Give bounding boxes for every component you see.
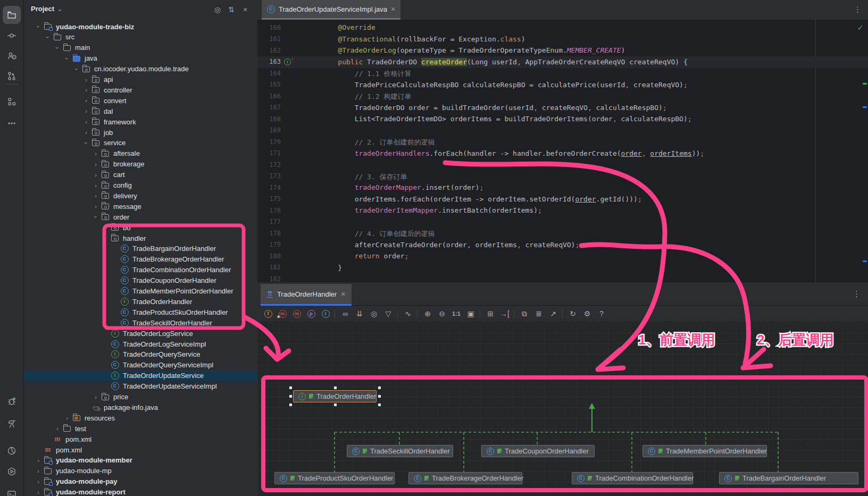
fields-icon[interactable]: f — [263, 308, 273, 319]
tree-item-pom-xml[interactable]: mpom.xml — [24, 444, 257, 455]
line-number[interactable]: 176 — [257, 207, 281, 214]
tree-item-tradeorderqueryserviceimpl[interactable]: CTradeOrderQueryServiceImpl — [24, 360, 257, 371]
chevron-icon[interactable]: › — [54, 44, 61, 52]
zoom-out-icon[interactable]: ⊖ — [437, 308, 447, 319]
tree-item-api[interactable]: ›api — [24, 74, 257, 85]
snap-to-grid-icon[interactable]: →[ — [499, 308, 510, 319]
chevron-icon[interactable]: › — [93, 213, 99, 221]
tree-item-controller[interactable]: ›controller — [24, 85, 257, 95]
tree-item-config[interactable]: ›config — [24, 180, 257, 191]
hierarchy-tab[interactable]: ⇈ TradeOrderHandler × — [261, 284, 352, 306]
zoom-in-icon[interactable]: ⊕ — [422, 308, 433, 319]
tree-item-src[interactable]: ›src — [24, 32, 257, 43]
tree-item-price[interactable]: ›price — [24, 392, 257, 402]
chevron-icon[interactable]: › — [92, 172, 99, 178]
tree-item-tradememberpointorderhandler[interactable]: CTradeMemberPointOrderHandler — [24, 286, 257, 297]
line-number[interactable]: 162 — [257, 47, 281, 54]
line-number[interactable]: 179 — [257, 241, 281, 248]
structure-icon[interactable] — [3, 93, 21, 111]
line-number[interactable]: 182 — [257, 275, 281, 282]
selection-handle[interactable] — [289, 403, 292, 406]
chevron-icon[interactable]: › — [35, 457, 42, 464]
debug-icon[interactable] — [3, 392, 21, 410]
tree-item-service[interactable]: ›service — [24, 138, 257, 148]
stripe-mark-blue[interactable] — [863, 106, 867, 108]
locate-icon[interactable]: ◎ — [213, 5, 222, 14]
copy-diagram-icon[interactable]: ⧉ — [519, 308, 530, 319]
selection-handle[interactable] — [378, 395, 381, 398]
tree-item-cn-iocoder-yudao-module-trade[interactable]: ›cn.iocoder.yudao.module.trade — [24, 64, 257, 74]
more-icon[interactable] — [3, 114, 21, 132]
selection-handle[interactable] — [334, 386, 337, 389]
refresh-icon[interactable]: ↻ — [567, 308, 578, 319]
tree-item-yudao-module-pay[interactable]: ›yudao-module-pay — [24, 476, 257, 487]
chevron-icon[interactable]: › — [92, 394, 99, 400]
line-number[interactable]: 180 — [257, 253, 281, 260]
tree-item-tradebargainorderhandler[interactable]: CTradeBargainOrderHandler — [24, 243, 257, 254]
tree-item-yudao-module-mp[interactable]: ›yudao-module-mp — [24, 466, 257, 476]
line-number[interactable]: 173 — [257, 172, 281, 180]
line-number[interactable]: 166 — [257, 93, 281, 100]
tree-item-tradecombinationorderhandler[interactable]: CTradeCombinationOrderHandler — [24, 265, 257, 275]
tree-item-cart[interactable]: ›cart — [24, 170, 257, 180]
tree-item-tradeorderhandler[interactable]: ITradeOrderHandler — [24, 296, 257, 307]
tree-item-tradeproductskuorderhandler[interactable]: CTradeProductSkuOrderHandler — [24, 307, 257, 317]
expand-selector-icon[interactable]: ⇅ — [227, 5, 236, 14]
chevron-icon[interactable]: › — [92, 161, 99, 167]
diagram-node-tradeorderhandler[interactable]: ITradeOrderHandler — [293, 390, 377, 402]
inspections-ok-icon[interactable]: ✓ — [857, 23, 864, 32]
chevron-icon[interactable]: › — [35, 489, 42, 495]
services-icon[interactable] — [3, 463, 21, 481]
tree-item-tradeorderupdateserviceimpl[interactable]: CTradeOrderUpdateServiceImpl — [24, 381, 257, 392]
tree-item-framework[interactable]: ›framework — [24, 116, 257, 127]
chevron-icon[interactable]: › — [64, 55, 70, 62]
diagram-node-tradebrokerageorderhandler[interactable]: CTradeBrokerageOrderHandler — [408, 472, 522, 484]
line-number[interactable]: 165 — [257, 81, 281, 88]
sort-icon[interactable]: ⇊ — [354, 308, 365, 319]
actual-size-icon[interactable]: 1:1 — [451, 308, 462, 319]
line-number[interactable]: 170 — [257, 138, 281, 146]
stripe-mark-green[interactable] — [863, 83, 867, 85]
editor-tab[interactable]: C TradeOrderUpdateServiceImpl.java × — [262, 0, 400, 20]
chevron-icon[interactable]: › — [63, 415, 71, 421]
chevron-icon[interactable]: › — [92, 182, 99, 189]
chevron-icon[interactable]: › — [102, 224, 109, 231]
diagram-node-tradebargainorderhandler[interactable]: CTradeBargainOrderHandler — [719, 472, 858, 484]
selection-handle[interactable] — [378, 386, 381, 389]
chevron-icon[interactable]: › — [83, 139, 89, 147]
more-icon[interactable]: ⋮ — [254, 5, 257, 14]
tree-item-tradeorderqueryservice[interactable]: ITradeOrderQueryService — [24, 349, 257, 360]
line-number[interactable]: 164 — [257, 70, 281, 77]
filter-icon[interactable]: ▽ — [383, 308, 394, 319]
chevron-icon[interactable]: › — [92, 150, 99, 157]
tree-item-tradecouponorderhandler[interactable]: CTradeCouponOrderHandler — [24, 275, 257, 286]
inner-classes-icon[interactable]: I — [320, 308, 331, 319]
close-icon[interactable]: × — [341, 290, 345, 298]
chevron-icon[interactable]: › — [54, 425, 61, 432]
chevron-icon[interactable]: › — [92, 203, 99, 209]
line-number[interactable]: 168 — [257, 115, 281, 123]
tree-item-yudao-module-trade-biz[interactable]: ›yudao-module-trade-biz — [24, 21, 257, 32]
selection-handle[interactable] — [289, 395, 292, 398]
chevron-icon[interactable]: › — [82, 87, 90, 93]
chevron-icon[interactable]: › — [82, 119, 90, 125]
line-number[interactable]: 172 — [257, 161, 281, 169]
tree-item-pom-xml[interactable]: mpom.xml — [24, 434, 257, 444]
panel-options-icon[interactable]: ⋮ — [853, 289, 861, 299]
line-number[interactable]: 181 — [257, 264, 281, 271]
tree-item-main[interactable]: ›main — [24, 43, 257, 53]
tree-item-message[interactable]: ›message — [24, 201, 257, 212]
edge-mode-icon[interactable]: ∿ — [403, 308, 413, 319]
pull-requests-icon[interactable] — [3, 67, 21, 85]
chevron-icon[interactable]: › — [92, 192, 99, 199]
tree-item-resources[interactable]: ›resources — [24, 413, 257, 423]
tree-item-aftersale[interactable]: ›aftersale — [24, 148, 257, 159]
link-icon[interactable]: ∞ — [340, 308, 350, 319]
stripe-mark-blue[interactable] — [863, 260, 867, 262]
tree-item-job[interactable]: ›job — [24, 127, 257, 138]
chevron-icon[interactable]: › — [82, 97, 90, 104]
settings-icon[interactable]: ⚙ — [582, 308, 592, 319]
parameters-icon[interactable]: p — [306, 308, 316, 319]
commit-icon[interactable] — [3, 27, 21, 45]
help-icon[interactable]: ? — [596, 308, 607, 319]
